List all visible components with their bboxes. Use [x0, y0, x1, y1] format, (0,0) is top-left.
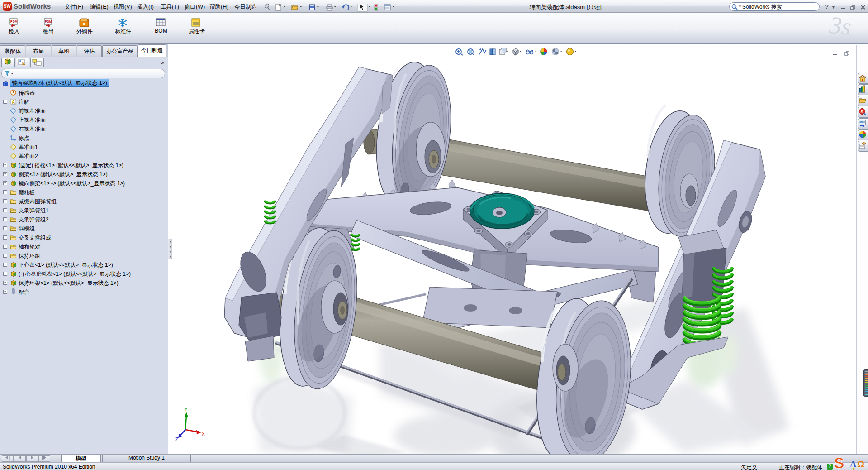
svg-text:Z: Z [175, 437, 178, 442]
svg-text:A: A [850, 459, 857, 469]
svg-text:PDM: PDM [45, 20, 52, 23]
svg-text:X: X [202, 432, 205, 436]
svg-text:SolidWorks 搜索: SolidWorks 搜索 [742, 4, 782, 10]
svg-text:Y: Y [185, 407, 188, 412]
svg-text:Ω: Ω [857, 459, 864, 469]
svg-text:S: S [834, 456, 844, 470]
svg-text:A: A [12, 100, 15, 105]
svg-text:S: S [861, 110, 863, 114]
svg-text:PDM: PDM [10, 20, 18, 23]
